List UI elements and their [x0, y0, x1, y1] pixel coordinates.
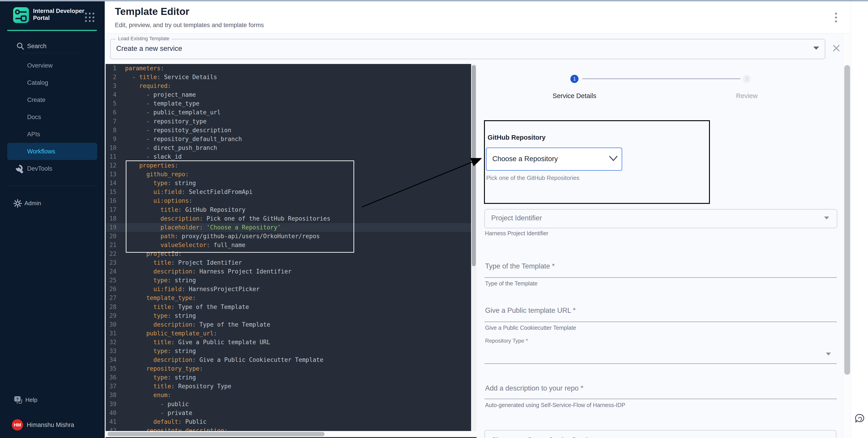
public-url-helper: Give a Public Cookiecutter Template: [485, 325, 576, 331]
line-number: 2: [105, 73, 117, 81]
sidebar-item-docs[interactable]: Docs: [7, 108, 97, 126]
code-line-28[interactable]: 28 title: Type of the Template: [105, 303, 471, 311]
code-text: type: string: [125, 373, 196, 382]
stepper-step-2[interactable]: 2: [743, 75, 751, 83]
scrollbar-thumb[interactable]: [844, 65, 850, 375]
sidebar-item-help[interactable]: ? Help: [0, 394, 105, 406]
sidebar-divider: [22, 53, 80, 53]
public-url-label: Give a Public template URL *: [485, 306, 576, 314]
code-line-39[interactable]: 39 - public: [105, 400, 471, 409]
project-identifier-helper: Harness Project Identifier: [485, 230, 549, 237]
template-type-helper: Type of the Template: [485, 280, 537, 287]
code-line-38[interactable]: 38 enum:: [105, 391, 471, 400]
sidebar-item-admin[interactable]: Admin: [0, 198, 105, 209]
line-number: 34: [105, 356, 117, 364]
code-line-33[interactable]: 33 type: string: [105, 347, 471, 356]
sidebar-item-catalog[interactable]: Catalog: [7, 74, 97, 91]
code-line-32[interactable]: 32 title: Give a Public template URL: [105, 338, 471, 347]
line-number: 42: [105, 426, 117, 431]
code-line-8[interactable]: 8 - repositoty_description: [105, 126, 471, 135]
owner-placeholder: Choose an Owner for the Service: [491, 436, 595, 438]
repository-type-select[interactable]: [485, 363, 837, 364]
scrollbar-thumb[interactable]: [472, 65, 476, 266]
code-line-42[interactable]: 42 repositoty_description:: [105, 426, 471, 431]
page-subtitle: Edit, preview, and try out templates and…: [115, 22, 264, 29]
code-text: enum:: [125, 391, 171, 400]
svg-text:?: ?: [16, 397, 19, 401]
line-number: 31: [105, 329, 117, 338]
editor-vertical-scrollbar[interactable]: [471, 64, 476, 431]
code-line-31[interactable]: 31 public_template_url:: [105, 329, 471, 338]
editor-horizontal-scrollbar[interactable]: [105, 431, 476, 437]
line-number: 30: [105, 320, 117, 329]
sidebar-item-create[interactable]: Create: [7, 91, 97, 108]
code-line-1[interactable]: 1parameters:: [105, 64, 471, 73]
close-icon[interactable]: [832, 44, 840, 52]
code-line-3[interactable]: 3 required:: [105, 81, 471, 91]
sidebar-item-apis[interactable]: APIs: [7, 126, 97, 143]
code-line-29[interactable]: 29 type: string: [105, 311, 471, 320]
template-editor-page: Internal Developer Portal Search Overvie…: [0, 0, 868, 438]
scrollbar-thumb[interactable]: [107, 432, 324, 436]
sidebar-item-label: DevTools: [27, 165, 52, 172]
chat-bubble-icon[interactable]: [855, 413, 865, 425]
code-text: - repository_type: [125, 117, 207, 126]
sidebar-user[interactable]: HM Himanshu Mishra: [0, 418, 105, 432]
wrench-icon: [16, 165, 24, 172]
code-line-6[interactable]: 6 - public_template_url: [105, 108, 471, 117]
sidebar-item-workflows[interactable]: Workflows: [7, 143, 97, 160]
caret-down-icon[interactable]: [813, 46, 819, 50]
code-text: - repository_default_branch: [125, 135, 242, 143]
code-line-24[interactable]: 24 description: Harness Project Identifi…: [105, 267, 471, 276]
sidebar-item-overview[interactable]: Overview: [7, 57, 97, 74]
stepper-step-1[interactable]: 1: [570, 75, 579, 83]
line-number: 8: [105, 126, 117, 135]
editor-bottom-edge: [105, 437, 476, 438]
sidebar-accent-rule: [7, 30, 97, 31]
annotation-target-box: [484, 120, 710, 204]
sidebar-item-search[interactable]: Search: [0, 41, 105, 52]
code-line-41[interactable]: 41 default: Public: [105, 417, 471, 426]
code-text: title: Repository Type: [125, 382, 231, 391]
repo-description-input[interactable]: [485, 399, 837, 399]
code-line-5[interactable]: 5 - template_type: [105, 99, 471, 108]
template-type-input[interactable]: [485, 277, 837, 278]
code-line-25[interactable]: 25 type: string: [105, 276, 471, 285]
nine-dot-grid-icon[interactable]: [85, 13, 95, 23]
code-line-27[interactable]: 27 template_type:: [105, 294, 471, 302]
code-text: - public: [125, 400, 189, 409]
kebab-menu-icon[interactable]: [835, 13, 837, 24]
code-line-2[interactable]: 2 - title: Service Details: [105, 73, 471, 81]
right-rail: [851, 1, 868, 438]
page-vertical-scrollbar[interactable]: [843, 33, 851, 438]
code-line-36[interactable]: 36 type: string: [105, 373, 471, 382]
stepper-label-review: Review: [736, 92, 757, 100]
public-url-input[interactable]: [485, 322, 837, 322]
code-line-11[interactable]: 11 - slack_id: [105, 152, 471, 161]
code-text: type: string: [125, 276, 196, 285]
line-number: 18: [105, 214, 117, 223]
code-line-35[interactable]: 35 repository_type:: [105, 364, 471, 373]
sidebar-item-devtools[interactable]: DevTools: [7, 160, 97, 177]
search-icon: [16, 42, 24, 50]
code-line-40[interactable]: 40 - private: [105, 409, 471, 417]
code-line-26[interactable]: 26 ui:field: HarnessProjectPicker: [105, 285, 471, 294]
code-text: ui:field: HarnessProjectPicker: [125, 285, 260, 294]
line-number: 27: [105, 294, 117, 302]
code-line-30[interactable]: 30 description: Type of the Template: [105, 320, 471, 329]
code-text: title: Type of the Template: [125, 303, 249, 311]
code-line-7[interactable]: 7 - repository_type: [105, 117, 471, 126]
load-template-select[interactable]: [110, 39, 825, 59]
code-line-9[interactable]: 9 - repository_default_branch: [105, 135, 471, 143]
code-line-23[interactable]: 23 title: Project Identifier: [105, 258, 471, 267]
code-text: description: Type of the Template: [125, 320, 270, 329]
code-line-34[interactable]: 34 description: Give a Public Cookiecutt…: [105, 356, 471, 364]
line-number: 10: [105, 143, 117, 152]
code-line-4[interactable]: 4 - project_name: [105, 91, 471, 99]
load-template-label: Load Existing Template: [116, 36, 172, 42]
project-identifier-placeholder: Project Identifier: [491, 214, 542, 222]
app-logo[interactable]: [13, 7, 29, 23]
code-line-37[interactable]: 37 title: Repository Type: [105, 382, 471, 391]
avatar: HM: [12, 419, 23, 431]
code-line-10[interactable]: 10 - direct_push_branch: [105, 143, 471, 152]
